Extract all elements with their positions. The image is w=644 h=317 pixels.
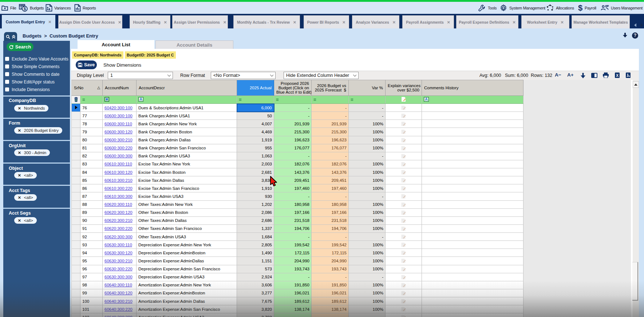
svg-text:$: $ — [578, 4, 582, 12]
svg-text:A: A — [425, 97, 428, 101]
svg-text:X: X — [616, 74, 619, 78]
svg-text:A: A — [139, 97, 142, 101]
svg-text:$: $ — [24, 7, 26, 11]
